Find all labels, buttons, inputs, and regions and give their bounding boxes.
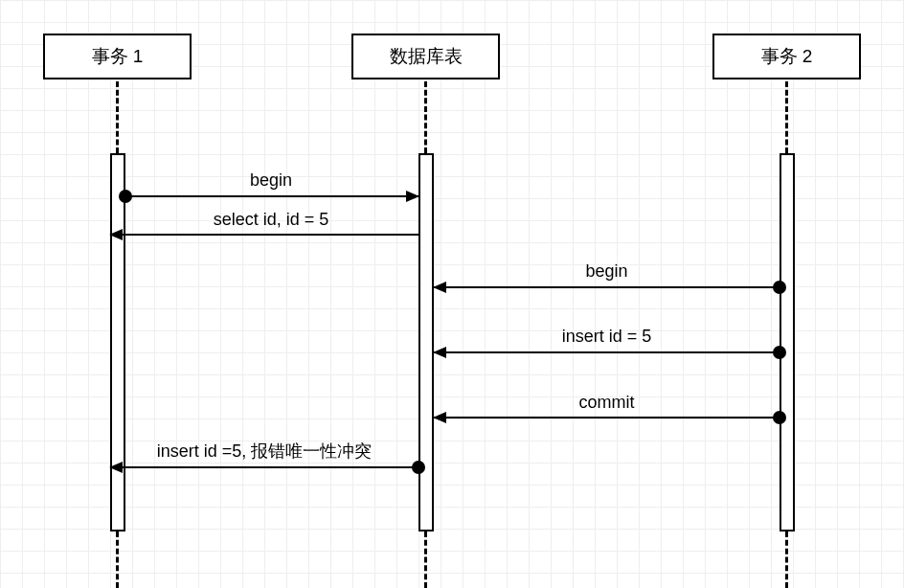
message-label: insert id = 5 — [434, 327, 780, 347]
sequence-diagram: 事务 1 数据库表 事务 2 begin select id, id = 5 b… — [0, 0, 904, 588]
lifeline-tx1 — [116, 81, 119, 153]
message-origin-dot-icon — [773, 281, 786, 294]
participant-tx2: 事务 2 — [712, 34, 861, 79]
participant-label: 事务 2 — [761, 44, 813, 69]
lifeline-db — [424, 81, 427, 153]
message-arrow — [434, 351, 780, 353]
lifeline-tx2-bottom — [785, 531, 788, 588]
message-label: begin — [434, 261, 780, 282]
participant-label: 事务 1 — [92, 44, 144, 69]
participant-tx1: 事务 1 — [43, 34, 192, 79]
message-arrow — [434, 417, 780, 418]
participant-db: 数据库表 — [351, 34, 500, 79]
message-label: commit — [434, 393, 780, 413]
message-origin-dot-icon — [119, 190, 132, 203]
lifeline-db-bottom — [424, 531, 427, 588]
participant-label: 数据库表 — [390, 44, 463, 69]
activation-tx1 — [110, 153, 125, 531]
message-label: begin — [124, 170, 418, 191]
message-arrow — [110, 466, 418, 468]
message-origin-dot-icon — [412, 461, 425, 474]
message-origin-dot-icon — [773, 346, 786, 359]
message-label: insert id =5, 报错唯一性冲突 — [110, 440, 418, 463]
activation-db — [418, 153, 434, 531]
message-origin-dot-icon — [773, 411, 786, 424]
lifeline-tx1-bottom — [116, 531, 119, 588]
message-arrow — [434, 286, 780, 288]
activation-tx2 — [780, 153, 795, 531]
message-label: select id, id = 5 — [124, 210, 418, 230]
message-arrow — [125, 195, 418, 197]
lifeline-tx2 — [785, 81, 788, 153]
message-arrow — [110, 234, 418, 236]
